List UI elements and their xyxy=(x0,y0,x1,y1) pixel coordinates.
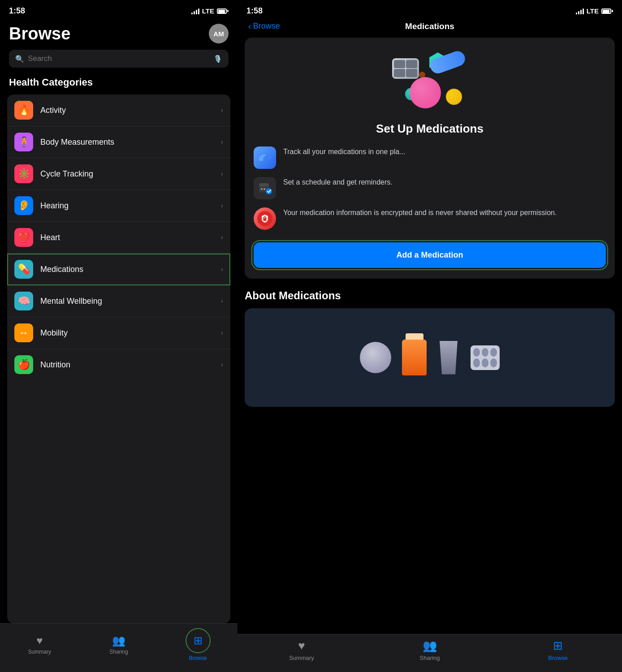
right-panel: 1:58 LTE ‹ Browse Medications xyxy=(238,0,622,672)
tab-label-summary-right: Summary xyxy=(289,655,314,661)
category-label-medications: Medications xyxy=(40,265,221,274)
chevron-icon-cycle-tracking: › xyxy=(221,170,223,178)
mental-wellbeing-icon: 🧠 xyxy=(14,292,33,310)
pill-pack-icon xyxy=(471,345,500,370)
chevron-icon-body-measurements: › xyxy=(221,138,223,146)
feature-item-track: Track all your medications in one pla... xyxy=(254,146,606,169)
status-bar-right: 1:58 LTE xyxy=(238,0,622,19)
signal-icon-left xyxy=(191,8,199,14)
capsule-icon xyxy=(428,49,467,75)
tab-label-browse-left: Browse xyxy=(189,655,207,661)
cycle-tracking-icon: ✳️ xyxy=(14,164,33,183)
sidebar-item-hearing[interactable]: 👂 Hearing › xyxy=(7,190,230,222)
chevron-icon-activity: › xyxy=(221,106,223,114)
track-feature-icon xyxy=(254,146,276,169)
chevron-icon-nutrition: › xyxy=(221,361,223,369)
browse-tab-icon-right: ⊞ xyxy=(553,639,563,653)
battery-icon-left xyxy=(217,9,229,14)
feature-item-schedule: Set a schedule and get reminders. xyxy=(254,177,606,199)
add-medication-button[interactable]: Add a Medication xyxy=(254,242,606,268)
tab-label-browse-right: Browse xyxy=(548,655,567,661)
category-label-body-measurements: Body Measurements xyxy=(40,138,221,147)
feature-list: Track all your medications in one pla... xyxy=(254,146,606,230)
sidebar-item-cycle-tracking[interactable]: ✳️ Cycle Tracking › xyxy=(7,158,230,190)
tab-bar-right: ♥ Summary 👥 Sharing ⊞ Browse xyxy=(238,634,622,672)
status-bar-left: 1:58 LTE xyxy=(0,0,238,19)
time-left: 1:58 xyxy=(9,6,25,16)
chevron-icon-hearing: › xyxy=(221,202,223,210)
sidebar-item-heart[interactable]: ❤️ Heart › xyxy=(7,222,230,254)
tab-label-sharing-right: Sharing xyxy=(420,655,440,661)
tab-summary-right[interactable]: ♥ Summary xyxy=(279,639,324,661)
about-section-title: About Medications xyxy=(245,289,615,302)
category-label-activity: Activity xyxy=(40,106,221,115)
feature-text-schedule: Set a schedule and get reminders. xyxy=(283,177,606,188)
sun-icon xyxy=(360,342,391,373)
nutrition-icon: 🍎 xyxy=(14,355,33,374)
tab-bar-left: ♥ Summary 👥 Sharing ⊞ Browse xyxy=(0,623,238,672)
medications-illustration xyxy=(385,50,475,113)
feature-text-privacy: Your medication information is encrypted… xyxy=(283,207,606,218)
category-label-heart: Heart xyxy=(40,233,221,242)
about-item-bottle xyxy=(402,340,427,375)
back-button[interactable]: ‹ Browse xyxy=(248,21,280,31)
medications-icon: 💊 xyxy=(14,260,33,279)
page-title-left: Browse xyxy=(9,24,70,43)
mic-icon[interactable]: 🎙️ xyxy=(213,55,222,63)
tab-label-summary-left: Summary xyxy=(28,649,51,655)
sharing-tab-icon-left: 👥 xyxy=(112,634,125,647)
tab-sharing-right[interactable]: 👥 Sharing xyxy=(407,639,452,661)
glass-icon xyxy=(437,341,460,375)
about-item-glass xyxy=(437,341,460,375)
sidebar-item-activity[interactable]: 🔥 Activity › xyxy=(7,95,230,126)
feature-item-privacy: Your medication information is encrypted… xyxy=(254,207,606,230)
svg-point-6 xyxy=(266,188,272,194)
sidebar-item-body-measurements[interactable]: 🧍 Body Measurements › xyxy=(7,126,230,158)
tab-browse-right[interactable]: ⊞ Browse xyxy=(536,639,580,661)
header-left: Browse AM xyxy=(0,19,238,50)
status-icons-left: LTE xyxy=(191,7,229,15)
left-panel: 1:58 LTE Browse AM 🔍 🎙️ Health Categorie… xyxy=(0,0,238,672)
tab-label-sharing-left: Sharing xyxy=(109,649,128,655)
chevron-icon-heart: › xyxy=(221,233,223,241)
nav-bar-right: ‹ Browse Medications xyxy=(238,19,622,38)
network-label-right: LTE xyxy=(587,7,599,15)
category-label-cycle-tracking: Cycle Tracking xyxy=(40,169,221,179)
tab-sharing-left[interactable]: 👥 Sharing xyxy=(103,634,134,655)
hearing-icon: 👂 xyxy=(14,196,33,215)
category-label-mobility: Mobility xyxy=(40,328,221,338)
chevron-icon-medications: › xyxy=(221,265,223,273)
heart-tab-icon-left: ♥ xyxy=(36,634,43,647)
mobility-icon: ↔️ xyxy=(14,323,33,342)
pink-pill-icon xyxy=(410,77,441,108)
search-bar[interactable]: 🔍 🎙️ xyxy=(9,50,229,68)
search-icon: 🔍 xyxy=(15,55,24,63)
feature-text-track: Track all your medications in one pla... xyxy=(283,146,606,157)
setup-title: Set Up Medications xyxy=(376,122,484,136)
tab-summary-left[interactable]: ♥ Summary xyxy=(24,634,55,655)
tab-browse-left[interactable]: ⊞ Browse xyxy=(182,628,214,661)
battery-icon-right xyxy=(601,9,613,14)
sidebar-item-mobility[interactable]: ↔️ Mobility › xyxy=(7,317,230,349)
network-label-left: LTE xyxy=(202,7,214,15)
body-measurements-icon: 🧍 xyxy=(14,133,33,151)
sidebar-item-mental-wellbeing[interactable]: 🧠 Mental Wellbeing › xyxy=(7,285,230,317)
yellow-pill-icon xyxy=(446,89,462,105)
summary-tab-icon-right: ♥ xyxy=(298,639,305,653)
sidebar-item-nutrition[interactable]: 🍎 Nutrition › xyxy=(7,349,230,380)
browse-tab-icon-left: ⊞ xyxy=(186,628,211,653)
back-chevron-icon: ‹ xyxy=(248,21,251,31)
sidebar-item-medications[interactable]: 💊 Medications › xyxy=(7,254,230,285)
medicine-bottle-icon xyxy=(402,340,427,375)
categories-list: 🔥 Activity › 🧍 Body Measurements › ✳️ Cy… xyxy=(7,95,230,623)
privacy-feature-icon xyxy=(254,207,276,230)
avatar[interactable]: AM xyxy=(209,24,229,43)
health-categories-heading: Health Categories xyxy=(0,77,238,95)
category-label-hearing: Hearing xyxy=(40,201,221,211)
search-input[interactable] xyxy=(28,54,210,63)
category-label-mental-wellbeing: Mental Wellbeing xyxy=(40,297,221,306)
time-right: 1:58 xyxy=(246,6,263,16)
about-item-sun xyxy=(360,342,391,373)
svg-rect-4 xyxy=(261,188,263,190)
chevron-icon-mobility: › xyxy=(221,329,223,337)
